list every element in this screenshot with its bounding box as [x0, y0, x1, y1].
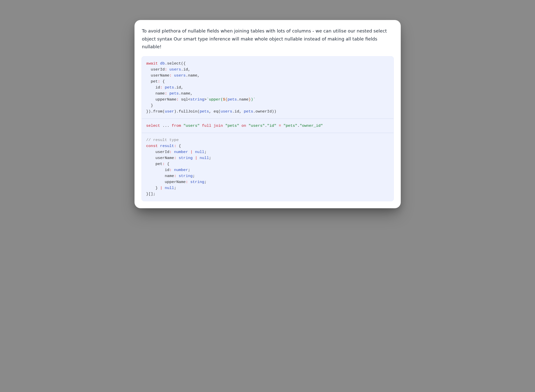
code-block-ts-query: await db.select({ userId: users.id, user… [142, 56, 394, 118]
method-fullJoin: fullJoin [179, 109, 197, 114]
ident-db: db [160, 61, 165, 66]
ident-result: result [160, 144, 174, 148]
kw-await: await [146, 61, 158, 66]
prop-userName: userName [151, 73, 169, 78]
intro-paragraph: To avoid plethora of nullable fields whe… [142, 27, 393, 51]
prop-userId: userId [151, 67, 165, 72]
prop-pet: pet [151, 79, 158, 84]
comment: // result type [146, 138, 179, 142]
code-block-result-type: // result type const result: { userId: n… [142, 133, 394, 201]
kw-const: const [146, 144, 158, 148]
method-select: select [167, 61, 181, 66]
doc-card: To avoid plethora of nullable fields whe… [134, 20, 401, 208]
code-block-sql: select ... from "users" full join "pets"… [142, 118, 394, 133]
kw-select: select [146, 124, 160, 128]
method-from: from [153, 109, 162, 114]
fn-sql: sql [181, 97, 188, 102]
code-frame: await db.select({ userId: users.id, user… [142, 56, 394, 201]
